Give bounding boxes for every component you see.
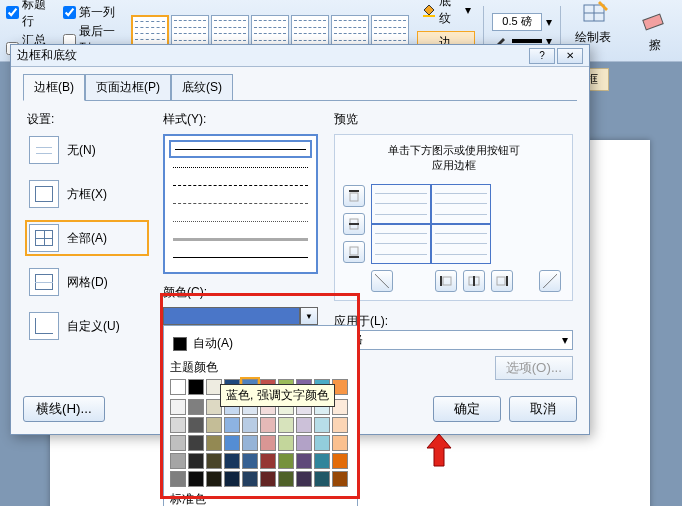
tab-shading[interactable]: 底纹(S) [171,74,233,101]
style-dotted[interactable] [169,158,312,176]
eraser-icon [640,7,670,35]
color-swatch[interactable] [314,435,330,451]
color-swatch[interactable] [170,471,186,487]
chevron-down-icon: ▾ [562,333,568,347]
color-swatch[interactable] [296,471,312,487]
color-swatch[interactable] [332,417,348,433]
color-swatch[interactable] [188,435,204,451]
setting-custom[interactable]: 自定义(U) [27,310,147,342]
tab-border[interactable]: 边框(B) [23,74,85,101]
close-button[interactable]: ✕ [557,48,583,64]
svg-rect-14 [443,277,451,285]
style-list[interactable] [163,134,318,274]
color-swatch[interactable] [242,453,258,469]
color-swatch[interactable] [224,417,240,433]
color-swatch[interactable] [170,417,186,433]
setting-box[interactable]: 方框(X) [27,178,147,210]
border-hmid-button[interactable] [343,213,365,235]
color-panel: 自动(A) 主题颜色 蓝色, 强调文字颜色 标准色 其他颜色(M)... [163,325,358,506]
shading-dropdown[interactable]: 底纹▾ [417,0,475,29]
color-swatch[interactable] [296,435,312,451]
svg-rect-11 [350,247,358,255]
svg-rect-8 [350,193,358,201]
preview-table[interactable] [371,184,491,264]
color-swatch[interactable] [296,417,312,433]
border-top-button[interactable] [343,185,365,207]
border-bottom-button[interactable] [343,241,365,263]
color-swatch[interactable] [296,453,312,469]
color-swatch[interactable] [224,453,240,469]
tab-page-border[interactable]: 页面边框(P) [85,74,171,101]
style-thick[interactable] [169,230,312,248]
color-swatch[interactable] [188,417,204,433]
color-swatch[interactable] [206,435,222,451]
table-style-gallery[interactable] [131,15,409,47]
color-swatch[interactable] [188,471,204,487]
eraser-button[interactable]: 擦 [634,5,676,56]
color-heading: 颜色(C): [163,284,318,301]
color-swatch[interactable] [242,417,258,433]
color-swatch[interactable] [188,453,204,469]
style-dashdotdot[interactable] [169,212,312,230]
color-swatch[interactable] [206,471,222,487]
color-swatch[interactable] [170,379,186,395]
border-left-button[interactable] [435,270,457,292]
box-icon [29,180,59,208]
color-swatch[interactable] [260,453,276,469]
border-diag-down[interactable] [371,270,393,292]
color-swatch[interactable] [314,453,330,469]
check-header-row[interactable]: 标题行 [6,0,55,30]
style-dashdot[interactable] [169,194,312,212]
color-swatch[interactable] [224,471,240,487]
color-swatch[interactable] [260,417,276,433]
preview-hint: 单击下方图示或使用按钮可应用边框 [343,143,564,174]
color-swatch[interactable] [278,417,294,433]
color-swatch[interactable] [224,435,240,451]
style-solid[interactable] [169,140,312,158]
settings-heading: 设置: [27,111,147,128]
color-tooltip: 蓝色, 强调文字颜色 [220,384,335,407]
color-dropdown-button[interactable]: ▼ [300,307,318,325]
setting-all[interactable]: 全部(A) [27,222,147,254]
line-weight[interactable]: ▾ [492,13,552,31]
style-extra[interactable] [169,248,312,266]
preview-heading: 预览 [334,111,573,128]
color-swatch[interactable] [332,471,348,487]
svg-rect-0 [423,15,435,17]
check-first-col[interactable]: 第一列 [63,4,123,21]
color-swatch[interactable] [206,417,222,433]
color-swatch[interactable] [278,453,294,469]
color-swatch[interactable] [242,435,258,451]
ok-button[interactable]: 确定 [433,396,501,422]
border-right-button[interactable] [491,270,513,292]
setting-grid[interactable]: 网格(D) [27,266,147,298]
all-icon [29,224,59,252]
color-swatch[interactable] [188,379,204,395]
color-swatch[interactable] [314,417,330,433]
color-swatch[interactable] [170,399,186,415]
color-swatch[interactable] [188,399,204,415]
color-swatch[interactable] [332,435,348,451]
options-button[interactable]: 选项(O)... [495,356,573,380]
style-heading: 样式(Y): [163,111,318,128]
border-diag-up[interactable] [539,270,561,292]
color-swatch[interactable] [260,471,276,487]
style-dashed[interactable] [169,176,312,194]
color-swatch[interactable] [206,453,222,469]
color-swatch[interactable] [314,471,330,487]
color-swatch[interactable] [170,435,186,451]
color-swatch[interactable] [242,471,258,487]
color-swatch[interactable] [170,453,186,469]
chevron-down-icon: ▾ [465,3,471,17]
color-swatch[interactable] [278,435,294,451]
setting-none[interactable]: 无(N) [27,134,147,166]
apply-to-dropdown[interactable]: 表格▾ [334,330,573,350]
cancel-button[interactable]: 取消 [509,396,577,422]
border-vmid-button[interactable] [463,270,485,292]
help-button[interactable]: ? [529,48,555,64]
color-swatch[interactable] [332,453,348,469]
color-swatch[interactable] [278,471,294,487]
hline-button[interactable]: 横线(H)... [23,396,105,422]
color-swatch[interactable] [260,435,276,451]
color-auto[interactable]: 自动(A) [170,332,351,355]
